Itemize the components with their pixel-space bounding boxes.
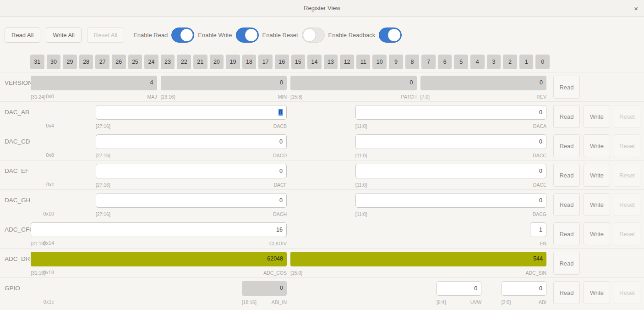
toolbar: Read AllWrite AllReset AllEnable ReadEna…: [0, 17, 644, 46]
bit-12-button[interactable]: 12: [340, 55, 354, 69]
gpio-abi-input[interactable]: 0: [502, 281, 546, 296]
bit-10-button[interactable]: 10: [372, 55, 387, 69]
toggle-knob: [245, 28, 258, 42]
register-row-version: VERSION0x04[31:24]MAJ0[23:16]MIN0[15:8]P…: [0, 72, 644, 101]
write-all-button[interactable]: Write All: [46, 28, 81, 43]
version-min-field: 0: [161, 76, 287, 90]
dac-cd-reset-button: Reset: [614, 134, 640, 157]
gpio-uvw-input[interactable]: 0: [437, 281, 481, 296]
bit-28-button[interactable]: 28: [79, 55, 93, 69]
bit-7-button[interactable]: 7: [421, 55, 436, 69]
bit-21-button[interactable]: 21: [193, 55, 207, 69]
bit-11-button[interactable]: 11: [356, 55, 371, 69]
bit-13-button[interactable]: 13: [324, 55, 338, 69]
register-row-dac-ab: DAC_AB0x40[27:16]DACB0[11:0]DACAReadWrit…: [0, 101, 644, 131]
field-name: MAJ: [31, 94, 157, 100]
field-name: ADC_COS: [31, 270, 287, 276]
field-name: UVW: [437, 299, 481, 305]
gpio-abi-in-field: 0: [242, 281, 287, 296]
register-name: DAC_AB: [5, 109, 29, 116]
bit-17-button[interactable]: 17: [258, 55, 273, 69]
bit-1-button[interactable]: 1: [519, 55, 534, 69]
bit-18-button[interactable]: 18: [242, 55, 257, 69]
gpio-read-button[interactable]: Read: [553, 281, 580, 304]
bit-30-button[interactable]: 30: [47, 55, 61, 69]
bit-8-button[interactable]: 8: [405, 55, 420, 69]
dac-ab-read-button[interactable]: Read: [553, 105, 580, 128]
bit-27-button[interactable]: 27: [95, 55, 109, 69]
gpio-write-button[interactable]: Write: [584, 281, 610, 304]
field-name: EN: [530, 241, 546, 246]
dac-gh-reset-button: Reset: [614, 193, 640, 216]
field-name: MIN: [161, 94, 287, 100]
register-row-dac-ef: DAC_EF0xc0[27:16]DACF0[11:0]DACEReadWrit…: [0, 160, 644, 189]
register-name: DAC_EF: [5, 167, 29, 174]
bit-14-button[interactable]: 14: [307, 55, 322, 69]
close-icon[interactable]: ×: [634, 5, 638, 11]
adc-dr-adc-cos-field: 62048: [31, 252, 287, 266]
bit-5-button[interactable]: 5: [454, 55, 468, 69]
bit-3-button[interactable]: 3: [487, 55, 501, 69]
adc-cfg-en-input[interactable]: 1: [530, 222, 546, 237]
dac-ab-dacb-input[interactable]: 0: [96, 105, 287, 120]
adc-cfg-write-button[interactable]: Write: [584, 222, 610, 245]
field-name: DACA: [355, 123, 546, 129]
field-name: DACF: [96, 182, 287, 188]
toggle-knob: [387, 28, 401, 42]
field-name: DACD: [96, 153, 287, 158]
dac-ef-dace-input[interactable]: 0: [355, 164, 546, 178]
bit-16-button[interactable]: 16: [275, 55, 289, 69]
read-all-button[interactable]: Read All: [5, 28, 40, 43]
bit-25-button[interactable]: 25: [128, 55, 142, 69]
adc-cfg-read-button[interactable]: Read: [553, 222, 580, 245]
dac-ef-dacf-input[interactable]: 0: [96, 164, 287, 178]
field-name: REV: [420, 94, 547, 100]
bit-4-button[interactable]: 4: [470, 55, 485, 69]
version-patch-field: 0: [290, 76, 417, 90]
bit-31-button[interactable]: 31: [30, 55, 44, 69]
dac-ef-write-button[interactable]: Write: [584, 164, 610, 187]
bit-23-button[interactable]: 23: [161, 55, 175, 69]
dac-gh-dacg-input[interactable]: 0: [355, 193, 546, 208]
field-name: DACG: [355, 211, 546, 217]
enable-read-toggle[interactable]: [171, 28, 194, 43]
dac-ef-read-button[interactable]: Read: [553, 164, 580, 187]
enable-readback-toggle[interactable]: [379, 28, 402, 43]
adc-cfg-clkdiv-input[interactable]: 16: [31, 222, 287, 237]
bit-15-button[interactable]: 15: [291, 55, 306, 69]
bit-20-button[interactable]: 20: [210, 55, 224, 69]
dac-cd-dacc-input[interactable]: 0: [355, 134, 546, 149]
dac-cd-write-button[interactable]: Write: [584, 134, 610, 157]
bit-19-button[interactable]: 19: [226, 55, 240, 69]
dac-gh-write-button[interactable]: Write: [584, 193, 610, 216]
dac-ef-reset-button: Reset: [614, 164, 640, 187]
bit-2-button[interactable]: 2: [503, 55, 517, 69]
register-name: ADC_CFG: [5, 226, 34, 233]
bit-6-button[interactable]: 6: [438, 55, 452, 69]
adc-dr-read-button[interactable]: Read: [553, 252, 580, 275]
bit-22-button[interactable]: 22: [177, 55, 191, 69]
register-address: 0x1c: [0, 299, 54, 304]
bit-0-button[interactable]: 0: [535, 55, 550, 69]
field-name: DACH: [96, 211, 287, 217]
register-name: DAC_CD: [5, 138, 30, 145]
register-address: 0x4: [0, 123, 54, 128]
enable-write-toggle[interactable]: [236, 28, 259, 43]
dac-ab-daca-input[interactable]: 0: [355, 105, 546, 120]
dac-gh-read-button[interactable]: Read: [553, 193, 580, 216]
dac-gh-dach-input[interactable]: 0: [96, 193, 287, 208]
bit-29-button[interactable]: 29: [63, 55, 77, 69]
version-rev-field: 0: [420, 76, 547, 90]
version-read-button[interactable]: Read: [553, 76, 580, 99]
enable-reset-toggle[interactable]: [302, 28, 325, 43]
adc-cfg-reset-button: Reset: [614, 222, 640, 245]
dac-cd-read-button[interactable]: Read: [553, 134, 580, 157]
enable-read-label: Enable Read: [133, 32, 168, 39]
bit-9-button[interactable]: 9: [389, 55, 403, 69]
dac-ab-write-button[interactable]: Write: [584, 105, 610, 128]
dac-cd-dacd-input[interactable]: 0: [96, 134, 287, 149]
field-name: DACB: [96, 123, 287, 129]
reset-all-button: Reset All: [87, 28, 124, 43]
bit-26-button[interactable]: 26: [112, 55, 126, 69]
bit-24-button[interactable]: 24: [144, 55, 158, 69]
